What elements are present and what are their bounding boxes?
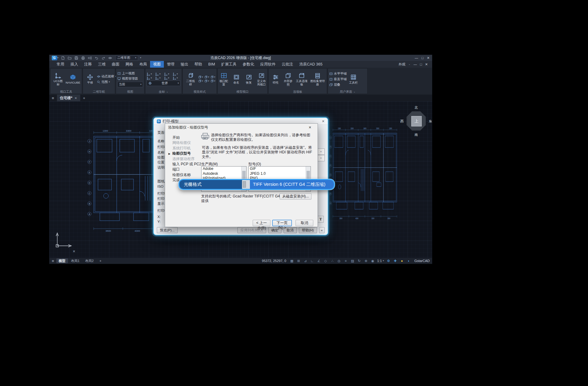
new-file-tab-icon[interactable]: + — [83, 96, 85, 100]
user-interface-panel-caret-icon[interactable]: ⌄ — [353, 91, 356, 93]
visual-style-button[interactable]: ▾ — [204, 79, 209, 83]
back-button[interactable]: < 上一步(B) — [253, 220, 270, 226]
next-button[interactable]: 下一页(N) > — [272, 220, 292, 226]
wizard-cancel-button[interactable]: 取消 — [296, 220, 313, 226]
view-compass[interactable]: 北 上 南 西 东 — [399, 105, 432, 137]
menu-tab[interactable]: 帮助 — [191, 61, 205, 68]
doc-minimize-icon[interactable]: — — [413, 62, 417, 66]
menu-tab[interactable]: 应用软件 — [257, 61, 279, 68]
menu-tab[interactable]: 网格 — [123, 61, 136, 68]
doc-restore-icon[interactable]: □ — [420, 62, 422, 66]
add-plotter-close-icon[interactable]: ✕ — [305, 126, 315, 129]
wizard-step[interactable]: 选择驱动程序 — [169, 156, 201, 162]
toolbars-button[interactable]: 工具栏 — [348, 69, 359, 89]
appearance-button[interactable]: 外观 — [398, 62, 405, 67]
wizard-step[interactable]: 开始 — [169, 135, 201, 140]
compass-west-label[interactable]: 西 — [400, 119, 404, 124]
coordinate-tool-button[interactable]: ▾ — [173, 76, 180, 80]
view-manager-button[interactable]: 视图管理器 — [117, 77, 143, 81]
wcs-dropdown[interactable]: 世界 ▾ — [147, 81, 180, 86]
viewport-configuration-button[interactable]: 视口配置 — [218, 69, 230, 89]
preview-button[interactable]: 预览(P)... — [157, 227, 178, 233]
file-tab-active[interactable]: 住宅楼* ✕ — [57, 95, 80, 101]
layout-tab[interactable]: 布局2 — [83, 258, 96, 263]
plus-badge-icon[interactable]: ✚ — [393, 258, 398, 264]
collapse-options-button[interactable]: « — [319, 227, 325, 233]
qat-overflow-caret-icon[interactable]: ▾ — [140, 57, 141, 59]
menu-tab[interactable]: 浩辰CAD 365 — [296, 61, 326, 68]
manufacturer-item[interactable]: Adobe — [202, 167, 242, 171]
menu-tab[interactable]: 云批注 — [279, 61, 296, 68]
manufacturer-item[interactable]: Autodesk — [202, 171, 242, 176]
menu-tab[interactable]: BIM — [205, 61, 218, 68]
qnew-icon[interactable] — [61, 56, 65, 60]
wizard-step[interactable]: 网络绘图仪 — [169, 140, 201, 145]
coordinate-tool-button[interactable]: ▾ — [155, 72, 163, 76]
menu-tab[interactable]: 插入 — [67, 61, 81, 68]
pan-button[interactable]: 平移 — [84, 69, 96, 89]
previous-view-button[interactable]: 上一视图 — [117, 71, 143, 76]
infer-constraints-icon[interactable]: ⊿ — [303, 258, 308, 264]
add-plotter-titlebar[interactable]: 添加绘图仪 - 绘图仪型号 ✕ — [165, 124, 318, 131]
status-menu-icon[interactable]: ≡ — [52, 259, 54, 263]
ucs-icon-button[interactable]: UCS图标 — [52, 69, 64, 89]
file-tab-close-icon[interactable]: ✕ — [74, 96, 77, 100]
print-icon[interactable] — [81, 56, 85, 60]
help-button[interactable]: 帮助(H) — [299, 227, 317, 233]
coordinate-tool-button[interactable]: ▾ — [164, 72, 172, 76]
zoom-manufacturer-selected[interactable]: 光栅格式 — [179, 180, 242, 189]
scale-control[interactable]: 1:1 ▾ — [377, 259, 384, 263]
coordinate-tool-button[interactable]: ▾ — [147, 72, 154, 76]
coordinate-tool-button[interactable]: ▾ — [147, 76, 154, 80]
visual-style-button[interactable]: ▾ — [198, 79, 203, 83]
headset-icon[interactable] — [108, 56, 112, 60]
menu-tab[interactable]: 三维 — [95, 61, 109, 68]
layout-tab[interactable]: 布局1 — [69, 258, 82, 263]
redo-icon[interactable] — [101, 56, 106, 60]
xref-palette-button[interactable]: 外部参照 — [282, 69, 294, 89]
cascade-windows-button[interactable]: 层叠 — [329, 82, 347, 87]
orbit-button[interactable]: 动态观察 ▾ — [97, 74, 116, 79]
grid-display-icon[interactable]: ▦ — [290, 258, 294, 264]
wizard-step[interactable]: 系统打印机 — [169, 146, 201, 151]
visual-style-button[interactable]: ▾ — [198, 75, 203, 79]
menu-tab[interactable]: 曲面 — [109, 61, 123, 68]
visual-style-button[interactable]: ▾ — [210, 79, 215, 83]
bulb-icon[interactable]: ● — [400, 258, 404, 264]
properties-palette-button[interactable]: 特性 — [270, 69, 281, 89]
transparency-icon[interactable]: ▨ — [350, 258, 355, 264]
object-snap-icon[interactable]: ◎ — [337, 258, 341, 264]
annotation-monitor-icon[interactable]: ◉ — [371, 258, 375, 264]
zoom-model-selected[interactable]: TIFF Version 6 (CCITT G4 二维压缩) — [250, 180, 334, 189]
dynamic-input-icon[interactable]: ⊕ — [364, 258, 368, 264]
close-icon[interactable]: ✕ — [427, 56, 430, 60]
minimize-icon[interactable]: — — [415, 56, 418, 60]
install-from-disk-button[interactable]: 从磁盘安装(H)... — [280, 193, 311, 200]
compass-top-face[interactable]: 上 — [411, 116, 422, 126]
tile-vertically-button[interactable]: 垂直平铺 — [329, 77, 347, 81]
lineweight-icon[interactable]: ≡ — [344, 258, 348, 264]
file-tabs-menu-icon[interactable]: ≡ — [52, 96, 54, 100]
open-icon[interactable] — [67, 56, 72, 60]
coordinate-tool-button[interactable]: ▾ — [155, 76, 163, 80]
new-layout-button[interactable]: + — [98, 258, 103, 263]
menu-tab[interactable]: 视图 — [150, 61, 164, 68]
coordinate-tool-button[interactable]: ▾ — [164, 76, 172, 80]
signal-icon[interactable]: ◗ — [406, 258, 411, 264]
selection-cycling-icon[interactable]: ↻ — [357, 258, 362, 264]
menu-tab[interactable]: 注释 — [81, 61, 95, 68]
paper-size-dropdown-fragment[interactable]: ▾ — [317, 148, 325, 155]
wizard-step[interactable]: 绘图仪名称 — [169, 172, 201, 178]
navicube-button[interactable]: NAVICUBE — [65, 69, 81, 89]
visual-style-button[interactable]: ▾ — [210, 75, 215, 79]
model-item[interactable]: JPEG 1.0 — [249, 171, 306, 176]
define-layout-viewport-button[interactable]: 定义布局视口 — [256, 69, 267, 89]
menu-tab[interactable]: 常用 — [54, 61, 67, 68]
current-view-dropdown[interactable]: 当前 ▾ — [117, 82, 143, 87]
wizard-step[interactable]: 输入 PCP 或 PC2 — [169, 162, 201, 167]
wizard-step[interactable]: 端口 — [169, 167, 201, 172]
plot-preview-icon[interactable] — [88, 56, 92, 60]
gear-icon[interactable]: ⚙ — [386, 258, 391, 264]
menu-tab[interactable]: 管理 — [164, 61, 178, 68]
menu-tab[interactable]: 布局 — [136, 61, 150, 68]
